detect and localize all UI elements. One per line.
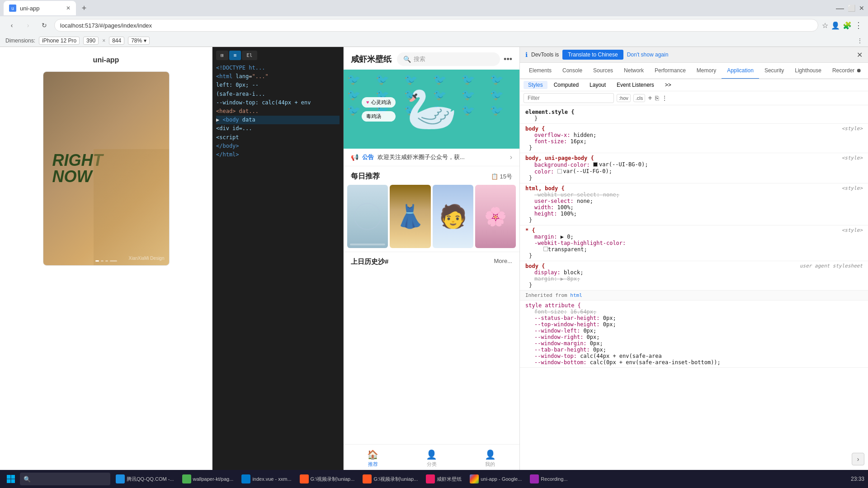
style-attr-selector-row: style attribute { [525,302,863,309]
body-overflow-prop: overflow-x: hidden; [534,132,863,138]
tab-sources[interactable]: Sources [588,63,618,79]
taskbar-right: 23:33 [851,476,864,482]
more-menu-btn[interactable]: ⋮ [854,20,863,30]
new-tab-btn[interactable]: + [78,2,90,14]
start-menu-btn[interactable] [4,472,18,486]
active-tab[interactable]: u uni-app ✕ [4,1,76,15]
height-input[interactable]: 844 [109,37,124,45]
taskbar-time: 23:33 [851,476,864,482]
zoom-control[interactable]: 78% ▾ [128,37,150,45]
code-line-10: </body> [216,142,340,150]
toggle-class-btn[interactable]: .cls [633,94,646,102]
zoom-dropdown-icon: ▾ [144,38,146,44]
wallpaper-item-4[interactable]: 🌸 [475,185,516,248]
taskbar-app-vscode[interactable]: index.vue - xxm... [238,472,295,486]
address-text: localhost:5173/#/pages/index/index [60,22,152,29]
tab-elements[interactable]: Elements [524,63,557,79]
close-window-btn[interactable]: ✕ [859,5,864,12]
styles-tab-more[interactable]: >> [660,81,676,89]
restore-btn[interactable]: ⬜ [848,5,855,12]
styles-tab-layout[interactable]: Layout [585,81,610,89]
tab-network[interactable]: Network [618,63,649,79]
taskbar-app-video2[interactable]: G:\视频录制\uniap... [359,472,421,486]
tab-console[interactable]: Console [557,63,588,79]
tab-close-btn[interactable]: ✕ [66,5,71,11]
taskbar-app-video2-label: G:\视频录制\uniap... [373,476,418,483]
dont-show-link[interactable]: Don't show again [627,52,669,58]
code-tab-active[interactable]: ≡ [229,51,241,60]
video2-icon [363,474,372,483]
bookmark-star-icon[interactable]: ☆ [822,21,828,30]
styles-tab-group: Styles Computed Layout Event Listeners >… [524,81,676,89]
tab-memory[interactable]: Memory [691,63,722,79]
taskbar-app-qq[interactable]: 腾讯QQ-QQ.COM -... [112,472,178,486]
forward-btn[interactable]: › [22,19,34,32]
minimize-btn[interactable]: — [836,4,844,13]
tab-application[interactable]: Application [722,63,759,79]
search-icon: 🔍 [403,56,411,63]
taskbar-app-chrome[interactable]: uni-app - Google... [466,472,525,486]
taskbar-app-video1[interactable]: G:\视频录制\uniap... [296,472,359,486]
taskbar-app-chrome-label: uni-app - Google... [481,476,522,482]
code-panel: ⊞ ≡ El <!DOCTYPE ht... <html lang="..." … [212,47,344,488]
code-tab-el[interactable]: El [242,51,257,60]
webkit-tap-prop: -webkit-tap-highlight-color: [534,240,863,246]
svg-rect-2 [7,479,11,483]
window-bottom-prop: --window-bottom: calc(0px + env(safe-are… [534,359,863,366]
taskbar-search-bar[interactable]: 🔍 [20,473,110,485]
announcement-bar[interactable]: 📢 公告 欢迎关注咸虾米圈子公众号，获... › [344,149,519,166]
reload-btn[interactable]: ↻ [38,19,51,32]
scroll-down-btn[interactable]: › [852,453,864,465]
tab-recorder[interactable]: Recorder ⏺ [827,63,867,79]
profile-icon[interactable]: 👤 [831,21,840,30]
extensions-icon[interactable]: 🧩 [843,21,852,30]
translate-close-btn[interactable]: ✕ [857,51,863,59]
styles-tab-event-listeners[interactable]: Event Listeners [612,81,659,89]
recommend-label: 推荐 [368,461,378,468]
taskbar-app-recording[interactable]: Recording... [526,472,571,486]
code-tab-elements[interactable]: ⊞ [216,51,228,60]
taskbar-apps: 腾讯QQ-QQ.COM -... wallpaper-kt/pag... ind… [112,472,849,486]
taskbar-app-wallpaper[interactable]: wallpaper-kt/pag... [179,472,237,486]
copy-styles-btn[interactable]: ⎘ [655,94,659,102]
inherited-header: Inherited from html [520,291,868,300]
left-panel-title: uni-app [93,56,119,64]
tab-performance[interactable]: Performance [649,63,691,79]
width-input[interactable]: 390 [83,37,99,45]
transparent-swatch[interactable] [543,247,548,251]
device-more-btn[interactable]: ⋮ [857,38,863,44]
styles-tab-computed[interactable]: Computed [549,81,583,89]
more-styles-btn[interactable]: ⋮ [661,94,668,102]
fg-color-swatch[interactable] [557,169,562,174]
add-style-rule-btn[interactable]: + [648,94,652,102]
wallpaper-item-2[interactable]: 👗 [390,185,430,248]
search-bar[interactable]: 🔍 搜索 [397,52,500,66]
wallpaper-item-3[interactable]: 🧑 [433,185,473,248]
address-bar[interactable]: localhost:5173/#/pages/index/index [54,19,818,32]
html-body-selector-row: html, body { <style> [525,185,863,192]
back-btn[interactable]: ‹ [5,19,18,32]
heart-icon: ♥ [366,99,369,105]
taskbar-app-xianxiami[interactable]: 咸虾米壁纸 [422,472,465,486]
styles-tab-styles[interactable]: Styles [524,81,547,89]
nav-item-mine[interactable]: 👤 我的 [461,447,519,469]
wallpaper-item-1[interactable] [347,185,388,248]
toggle-hover-btn[interactable]: :hov [617,94,631,102]
bg-color-swatch[interactable] [593,162,598,167]
options-icon[interactable]: ••• [504,55,512,64]
search-placeholder: 搜索 [414,55,425,63]
announce-text: 欢迎关注咸虾米圈子公众号，获... [377,153,506,161]
tab-security[interactable]: Security [759,63,789,79]
styles-filter-input[interactable] [524,93,614,103]
inherited-html-link[interactable]: html [570,292,582,298]
device-selector[interactable]: iPhone 12 Pro [39,37,80,45]
filter-bar: :hov .cls + ⎘ ⋮ [520,91,868,105]
mine-label: 我的 [485,461,495,468]
translate-btn[interactable]: Translate to Chinese [562,50,623,60]
nav-item-recommend[interactable]: 🏠 推荐 [344,447,402,469]
nav-item-category[interactable]: 👤 分类 [402,447,461,469]
tab-lighthouse[interactable]: Lighthouse [789,63,827,79]
html-body-rule: html, body { <style> -webkit-user-select… [520,183,868,225]
webkit-user-select-prop: -webkit-user-select: none; [534,192,863,198]
dimensions-label: Dimensions: [5,38,35,44]
